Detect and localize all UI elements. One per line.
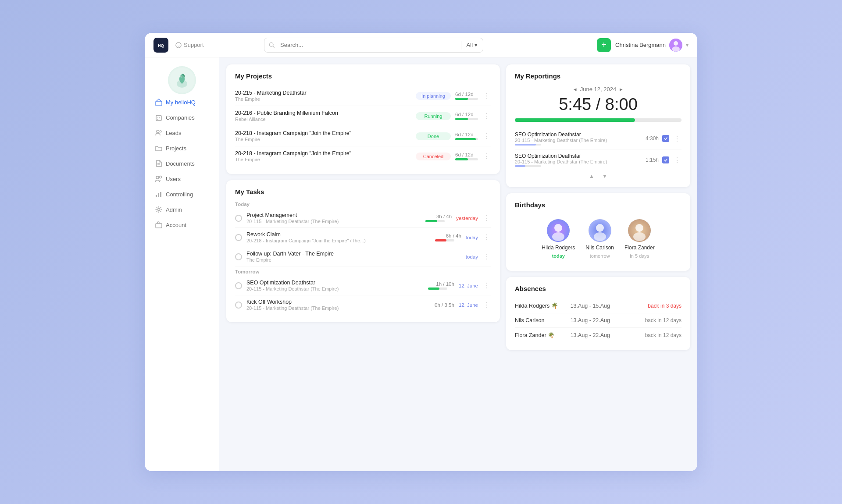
report-check-btn[interactable] (662, 156, 669, 163)
support-label: Support (184, 42, 204, 48)
report-mini-bar (515, 144, 541, 146)
project-progress-fill (455, 118, 468, 120)
status-badge: Canceled (416, 153, 451, 160)
svg-rect-25 (160, 192, 161, 197)
sidebar-item-documents[interactable]: Documents (147, 156, 216, 171)
report-mini-bar (515, 165, 541, 167)
svg-point-35 (635, 224, 643, 232)
task-time: 0h / 3.5h (428, 302, 454, 308)
report-menu-btn[interactable]: ⋮ (673, 156, 681, 164)
task-due: today (466, 235, 478, 240)
sidebar: My helloHQ Companies Leads Projects Docu… (145, 57, 219, 471)
birthday-item: Flora Zander in 5 days (624, 219, 655, 259)
project-progress-bar (455, 118, 478, 120)
task-menu-btn[interactable]: ⋮ (482, 214, 491, 222)
report-nav-up-btn[interactable]: ▲ (589, 173, 594, 179)
search-filter-label: All (467, 42, 473, 48)
task-checkbox[interactable] (235, 302, 242, 309)
search-filter-btn[interactable]: All ▾ (461, 42, 483, 48)
tasks-section-label: Today (235, 202, 491, 207)
project-menu-btn[interactable]: ⋮ (482, 132, 491, 140)
user-area[interactable]: Christina Bergmann ▾ (615, 39, 689, 52)
topbar: HQ ? Support All ▾ + (145, 33, 697, 57)
project-name: 20-215 - Marketing Deathstar (235, 90, 411, 96)
sidebar-item-admin[interactable]: Admin (147, 202, 216, 217)
task-time: 6h / 4h (435, 233, 461, 238)
task-sub: 20-115 - Marketing Deathstar (The Empire… (246, 219, 421, 224)
task-menu-btn[interactable]: ⋮ (482, 281, 491, 290)
absence-name: Hilda Rodgers 🌴 (515, 302, 571, 309)
task-time: 3h / 4h (425, 214, 452, 219)
body-area: My helloHQ Companies Leads Projects Docu… (145, 57, 697, 471)
sidebar-nav: My helloHQ Companies Leads Projects Docu… (145, 94, 219, 233)
task-progress-fill (425, 220, 437, 222)
tasks-table: Today Project Management 20-115 - Market… (235, 202, 491, 314)
report-time: 1:15h (646, 157, 659, 163)
svg-rect-13 (156, 116, 161, 121)
sidebar-label-projects: Projects (166, 145, 186, 152)
report-nav-down-btn[interactable]: ▼ (602, 173, 607, 179)
sidebar-item-companies[interactable]: Companies (147, 110, 216, 125)
topbar-right: + Christina Bergmann ▾ (597, 38, 689, 52)
task-checkbox[interactable] (235, 215, 242, 222)
svg-point-18 (157, 130, 159, 133)
task-menu-btn[interactable]: ⋮ (482, 252, 491, 261)
project-row: 20-215 - Marketing Deathstar The Empire … (235, 86, 491, 106)
report-check-btn[interactable] (662, 135, 669, 142)
sidebar-item-my-hellohq[interactable]: My helloHQ (147, 95, 216, 110)
task-menu-btn[interactable]: ⋮ (482, 301, 491, 309)
sidebar-label-companies: Companies (166, 114, 195, 121)
search-input[interactable] (275, 42, 461, 48)
report-progress-bar (515, 118, 681, 122)
project-progress-bar (455, 158, 478, 160)
project-row: 20-218 - Instagram Campaign "Join the Em… (235, 146, 491, 166)
task-checkbox[interactable] (235, 234, 242, 241)
task-info: Rework Claim 20-218 - Instagram Campaign… (246, 231, 431, 243)
project-sub: The Empire (235, 157, 411, 162)
svg-point-11 (181, 76, 182, 77)
task-menu-btn[interactable]: ⋮ (482, 233, 491, 241)
task-checkbox[interactable] (235, 253, 242, 260)
report-sub: 20-115 - Marketing Deathstar (The Empire… (515, 138, 642, 143)
task-sub: 20-218 - Instagram Campaign "Join the Em… (246, 238, 431, 243)
project-time-col: 6d / 12d (455, 112, 478, 120)
project-menu-btn[interactable]: ⋮ (482, 152, 491, 160)
task-checkbox[interactable] (235, 282, 242, 289)
svg-line-5 (273, 46, 274, 47)
birthday-name: Flora Zander (624, 245, 655, 251)
task-row: Project Management 20-115 - Marketing De… (235, 209, 491, 228)
status-badge: Done (416, 132, 451, 140)
building-icon (155, 114, 162, 121)
sidebar-item-controlling[interactable]: Controlling (147, 187, 216, 202)
task-row: Follow up: Darth Vater - The Empire The … (235, 247, 491, 266)
absence-status: back in 12 days (626, 317, 681, 323)
sidebar-item-projects[interactable]: Projects (147, 141, 216, 156)
sidebar-item-users[interactable]: Users (147, 171, 216, 186)
birthday-avatar (628, 219, 651, 242)
add-button[interactable]: + (597, 38, 611, 52)
tasks-section-label: Tomorrow (235, 269, 491, 274)
status-badge: In planning (416, 92, 451, 100)
support-link[interactable]: ? Support (175, 42, 204, 48)
date-prev-btn[interactable]: ◂ (574, 86, 577, 92)
report-menu-btn[interactable]: ⋮ (673, 135, 681, 143)
svg-point-26 (158, 209, 160, 211)
project-menu-btn[interactable]: ⋮ (482, 92, 491, 100)
project-name: 20-218 - Instagram Campaign "Join the Em… (235, 130, 411, 136)
project-menu-btn[interactable]: ⋮ (482, 112, 491, 120)
svg-rect-27 (156, 224, 162, 228)
report-info: SEO Optimization Deathstar 20-115 - Mark… (515, 153, 642, 167)
svg-point-8 (672, 46, 680, 52)
svg-text:HQ: HQ (158, 43, 164, 48)
search-bar: All ▾ (264, 38, 483, 53)
report-time-display: 5:45 / 8:00 (515, 95, 681, 114)
app-logo[interactable]: HQ (153, 38, 168, 53)
project-time: 6d / 12d (455, 152, 478, 157)
sidebar-item-leads[interactable]: Leads (147, 125, 216, 140)
sidebar-item-account[interactable]: Account (147, 217, 216, 232)
home-icon (155, 99, 162, 106)
svg-rect-23 (156, 195, 157, 197)
project-time: 6d / 12d (455, 92, 478, 97)
svg-rect-15 (159, 117, 160, 118)
date-next-btn[interactable]: ▸ (620, 86, 623, 92)
